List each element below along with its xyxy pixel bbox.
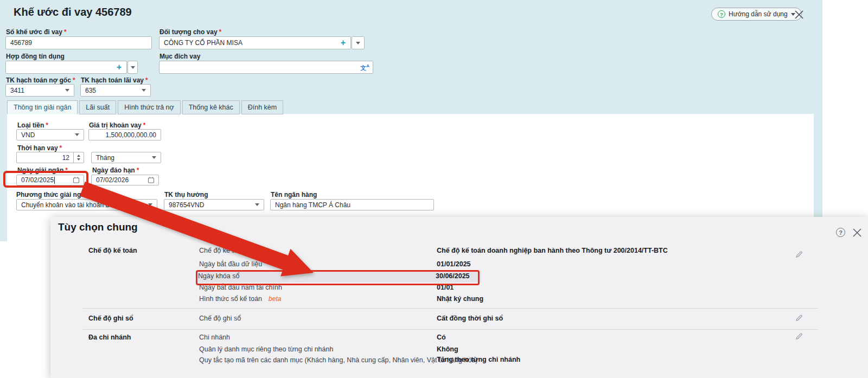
loan-term-label: Thời hạn vay* xyxy=(17,144,62,152)
caret-down-icon xyxy=(148,203,152,206)
close-panel-icon[interactable] xyxy=(852,227,863,238)
add-lender-icon[interactable]: + xyxy=(341,39,346,47)
credit-contract-dropdown-button[interactable] xyxy=(127,61,138,74)
section-divider xyxy=(83,308,818,309)
contract-no-input[interactable]: 456789 xyxy=(5,36,152,49)
edit-accounting-regime-icon[interactable] xyxy=(795,250,803,259)
caret-down-icon xyxy=(356,42,360,44)
section-posting-mode: Chế độ ghi sổ xyxy=(88,315,133,322)
loan-form-sheet: Khế ước đi vay 456789 ? Hướng dẫn sử dụn… xyxy=(0,0,822,241)
section-divider xyxy=(83,329,818,330)
contract-no-label: Số khế ước đi vay* xyxy=(6,28,67,36)
tab-interest-rate[interactable]: Lãi suất xyxy=(79,100,116,114)
interest-account-select[interactable]: 635 xyxy=(80,84,151,97)
currency-label: Loại tiền* xyxy=(17,121,48,129)
beta-badge: beta xyxy=(269,295,281,303)
step-up-icon[interactable] xyxy=(77,155,80,157)
maturity-date-label: Ngày đáo hạn* xyxy=(92,166,139,174)
principal-account-select[interactable]: 3411 xyxy=(5,84,74,97)
caret-down-icon xyxy=(75,133,79,136)
form-tabs: Thông tin giải ngân Lãi suất Hình thức t… xyxy=(7,100,285,114)
caret-down-icon xyxy=(255,203,259,206)
option-row: Ngày bắt đầu dữ liệu 01/01/2025 xyxy=(199,259,818,271)
caret-down-icon xyxy=(131,66,135,69)
loan-value-input[interactable]: 1,500,000,000.00 xyxy=(88,129,161,140)
lender-combo-input[interactable]: CÔNG TY CỔ PHẦN MISA + xyxy=(159,36,351,49)
screen: Khế ước đi vay 456789 ? Hướng dẫn sử dụn… xyxy=(0,0,868,378)
section-accounting-regime: Chế độ kế toán xyxy=(88,247,137,254)
annotation-box-lock-date-row xyxy=(196,270,480,285)
edit-posting-mode-icon[interactable] xyxy=(795,313,803,322)
tab-disbursement-info[interactable]: Thông tin giải ngân xyxy=(7,100,78,114)
lender-dropdown-button[interactable] xyxy=(352,36,365,49)
principal-account-label: TK hạch toán nợ gốc* xyxy=(6,76,75,84)
loan-term-stepper[interactable]: 12 xyxy=(16,152,84,163)
loan-purpose-label: Mục đích vay xyxy=(159,53,200,60)
loan-purpose-input[interactable]: 文A xyxy=(159,61,373,74)
section-multi-branch: Đa chi nhánh xyxy=(88,334,131,341)
annotation-box-disbursement-date xyxy=(3,171,88,188)
step-down-icon[interactable] xyxy=(77,158,80,161)
add-credit-contract-icon[interactable]: + xyxy=(117,63,122,72)
credit-contract-label: Hợp đồng tín dụng xyxy=(6,53,65,60)
maturity-date-input[interactable]: 07/02/2026 xyxy=(91,175,159,185)
tab-other-stats[interactable]: Thống kê khác xyxy=(182,100,240,114)
loan-value-label: Giá trị khoản vay* xyxy=(89,121,145,129)
close-form-icon[interactable] xyxy=(792,8,806,22)
caret-down-icon xyxy=(152,156,156,159)
general-options-panel: Tùy chọn chung ? Chế độ kế toán Chế độ k… xyxy=(50,217,868,378)
beneficiary-account-select[interactable]: 987654VND xyxy=(164,199,264,210)
credit-contract-combo-input[interactable]: + xyxy=(5,61,127,74)
help-circle-icon: ? xyxy=(718,10,725,18)
bank-name-label: Tên ngân hàng xyxy=(271,191,317,198)
panel-help-icon[interactable]: ? xyxy=(836,228,845,237)
edit-multi-branch-icon[interactable] xyxy=(795,332,803,341)
option-row: Hình thức sổ kế toánbeta Nhật ký chung xyxy=(199,293,818,305)
term-unit-select[interactable]: Tháng xyxy=(91,152,161,163)
beneficiary-account-label: TK thụ hưởng xyxy=(164,191,208,198)
options-panel-title: Tùy chọn chung xyxy=(58,221,138,233)
tab-attachments[interactable]: Đính kèm xyxy=(241,100,284,114)
page-title: Khế ước đi vay 456789 xyxy=(14,6,132,18)
tab-repayment-form[interactable]: Hình thức trả nợ xyxy=(118,100,181,114)
option-row: Chế độ kế toán Chế độ kế toán doanh nghi… xyxy=(199,245,818,257)
caret-down-icon xyxy=(142,89,146,92)
user-guide-label: Hướng dẫn sử dụng xyxy=(729,10,788,18)
bank-name-input[interactable]: Ngân hàng TMCP Á Châu xyxy=(270,199,434,210)
user-guide-button[interactable]: ? Hướng dẫn sử dụng xyxy=(711,8,802,21)
option-row: Chế độ ghi sổ Cất đồng thời ghi sổ xyxy=(199,313,818,325)
disbursement-method-label: Phương thức giải ngân* xyxy=(16,191,93,198)
stepper-buttons[interactable] xyxy=(73,152,84,163)
lender-label: Đối tượng cho vay* xyxy=(159,28,221,36)
disbursement-method-select[interactable]: Chuyển khoản vào tài khoản DN xyxy=(16,199,157,210)
interest-account-label: TK hạch toán lãi vay* xyxy=(81,76,148,84)
option-row: Chi nhánh Có xyxy=(199,332,818,344)
option-row: Quản lý danh mục riêng theo từng chi nhá… xyxy=(199,344,818,356)
calendar-icon[interactable] xyxy=(148,177,155,184)
caret-down-icon xyxy=(65,89,69,92)
translate-icon[interactable]: 文A xyxy=(360,64,369,71)
currency-select[interactable]: VND xyxy=(16,129,84,140)
